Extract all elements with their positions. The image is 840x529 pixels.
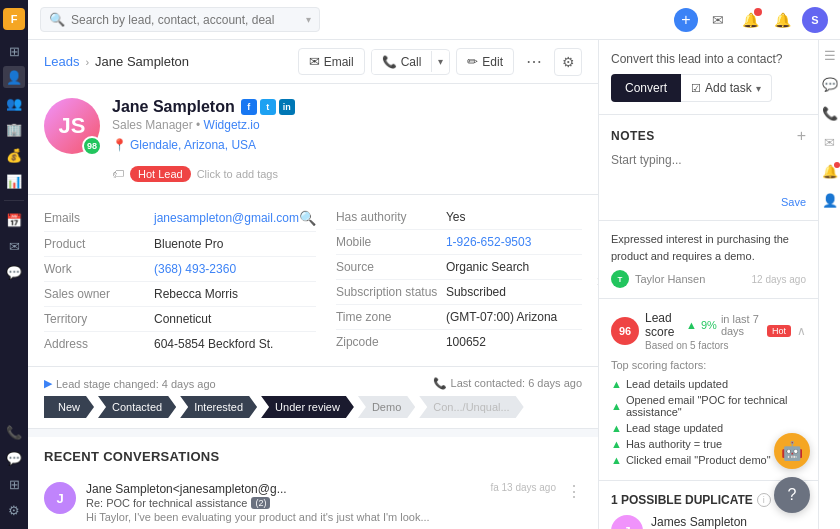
scoring-factors-title: Top scoring factors: <box>611 359 806 371</box>
detail-mobile: Mobile 1-926-652-9503 <box>336 230 582 255</box>
nav-chat-icon[interactable]: 💬 <box>3 261 25 283</box>
details-next-arrow[interactable]: › <box>597 272 598 290</box>
convo-more-button[interactable]: ⋮ <box>566 482 582 501</box>
notes-textarea[interactable] <box>611 153 806 189</box>
nav-divider <box>4 200 24 201</box>
factor-up-icon: ▲ <box>611 400 622 412</box>
collapse-icon[interactable]: ∧ <box>797 324 806 338</box>
note-meta: T Taylor Hansen 12 days ago <box>611 270 806 288</box>
nav-calendar-icon[interactable]: 📅 <box>3 209 25 231</box>
nav-accounts-icon[interactable]: 🏢 <box>3 118 25 140</box>
search-arrow-icon: ▾ <box>306 14 311 25</box>
contact-icon: 📞 <box>433 377 447 389</box>
edit-icon: ✏ <box>467 54 478 69</box>
fab-main-button[interactable]: 🤖 <box>774 433 810 469</box>
stage-new[interactable]: New <box>44 396 94 418</box>
call-dropdown-button[interactable]: ▾ <box>431 51 449 72</box>
center-panel: Leads › Jane Sampleton ✉ Email 📞 Call <box>28 40 598 529</box>
detail-work: Work (368) 493-2360 <box>44 257 316 282</box>
notes-save-button[interactable]: Save <box>781 196 806 208</box>
recent-conversations-section: RECENT CONVERSATIONS J Jane Sampleton<ja… <box>28 437 598 529</box>
note-text: Expressed interest in purchasing the pro… <box>611 231 806 264</box>
nav-home-icon[interactable]: ⊞ <box>3 40 25 62</box>
add-tag[interactable]: Click to add tags <box>197 168 278 180</box>
avatar-score: 98 <box>82 136 102 156</box>
nav-deals-icon[interactable]: 💰 <box>3 144 25 166</box>
top-bar: 🔍 ▾ + ✉ 🔔 🔔 S <box>28 0 840 40</box>
add-task-button[interactable]: ☑ Add task ▾ <box>681 74 772 102</box>
details-grid: Emails janesampleton@gmail.com 🔍 Product… <box>44 205 582 356</box>
conversation-item: J Jane Sampleton<janesampleton@g... Re: … <box>44 474 582 529</box>
last-contacted-label: 📞 Last contacted: 6 days ago <box>433 377 582 390</box>
lead-score-header: 96 Lead score ▲ 9% in last 7 days Based … <box>611 311 806 351</box>
factor-up-icon: ▲ <box>611 438 622 450</box>
call-main-button[interactable]: 📞 Call <box>372 50 432 74</box>
notes-add-button[interactable]: + <box>797 127 806 145</box>
dup-info-icon[interactable]: i <box>757 493 771 507</box>
nav-contacts-icon[interactable]: 👥 <box>3 92 25 114</box>
stage-under-review[interactable]: Under review <box>261 396 354 418</box>
strip-activity-icon[interactable]: ☰ <box>824 48 836 63</box>
left-nav: F ⊞ 👤 👥 🏢 💰 📊 📅 ✉ 💬 📞 💬 ⊞ ⚙ <box>0 0 28 529</box>
note-author: Taylor Hansen <box>635 273 705 285</box>
score-circle: 96 <box>611 317 639 345</box>
twitter-icon[interactable]: t <box>260 99 276 115</box>
score-sub: Based on 5 factors <box>645 340 761 351</box>
stage-contacted[interactable]: Contacted <box>98 396 176 418</box>
nav-apps-icon[interactable]: ⊞ <box>3 473 25 495</box>
stage-converted[interactable]: Con.../Unqual... <box>419 396 523 418</box>
bell-icon[interactable]: 🔔 <box>770 8 794 32</box>
breadcrumb-leads[interactable]: Leads <box>44 54 79 69</box>
stage-steps: New Contacted Interested Under review De… <box>44 396 582 418</box>
nav-settings-icon[interactable]: ⚙ <box>3 499 25 521</box>
location-icon: 📍 <box>112 138 127 152</box>
dup-avatar: J <box>611 515 643 529</box>
factor-1: ▲ Lead details updated <box>611 376 806 392</box>
strip-phone-icon[interactable]: 📞 <box>822 106 838 121</box>
fab-help-button[interactable]: ? <box>774 477 810 513</box>
hot-lead-tag[interactable]: Hot Lead <box>130 166 191 182</box>
tags-row: 🏷 Hot Lead Click to add tags <box>112 166 582 182</box>
stage-demo[interactable]: Demo <box>358 396 415 418</box>
search-bar[interactable]: 🔍 ▾ <box>40 7 320 32</box>
settings-button[interactable]: ⚙ <box>554 48 582 76</box>
nav-bottom: 📞 💬 ⊞ ⚙ <box>3 421 25 521</box>
score-title: Lead score ▲ 9% in last 7 days <box>645 311 761 339</box>
user-avatar[interactable]: S <box>802 7 828 33</box>
stage-interested[interactable]: Interested <box>180 396 257 418</box>
add-button[interactable]: + <box>674 8 698 32</box>
notes-footer: Save <box>611 196 806 208</box>
app-logo[interactable]: F <box>3 8 25 30</box>
notes-title: NOTES <box>611 129 655 143</box>
score-info: Lead score ▲ 9% in last 7 days Based on … <box>645 311 761 351</box>
email-button[interactable]: ✉ Email <box>298 48 365 75</box>
email-icon[interactable]: ✉ <box>706 8 730 32</box>
strip-chat-icon[interactable]: 💬 <box>822 77 838 92</box>
notification-badge <box>754 8 762 16</box>
nav-leads-icon[interactable]: 👤 <box>3 66 25 88</box>
detail-territory: Territory Conneticut <box>44 307 316 332</box>
profile-name-row: Jane Sampleton f t in <box>112 98 582 116</box>
fab-container: 🤖 ? <box>774 433 810 513</box>
breadcrumb-separator: › <box>85 56 89 68</box>
top-bar-right: + ✉ 🔔 🔔 S <box>674 7 828 33</box>
email-search-icon[interactable]: 🔍 <box>299 210 316 226</box>
nav-sms-icon[interactable]: 💬 <box>3 447 25 469</box>
edit-button[interactable]: ✏ Edit <box>456 48 514 75</box>
note-author-avatar: T <box>611 270 629 288</box>
nav-reports-icon[interactable]: 📊 <box>3 170 25 192</box>
linkedin-icon[interactable]: in <box>279 99 295 115</box>
page-actions: ✉ Email 📞 Call ▾ ✏ Edit ⋯ <box>298 48 582 76</box>
nav-phone-icon[interactable]: 📞 <box>3 421 25 443</box>
profile-info: Jane Sampleton f t in Sales Manager • Wi… <box>112 98 582 160</box>
convert-button[interactable]: Convert <box>611 74 681 102</box>
profile-name: Jane Sampleton <box>112 98 235 116</box>
search-input[interactable] <box>71 13 300 27</box>
strip-user-icon[interactable]: 👤 <box>822 193 838 208</box>
notifications-icon[interactable]: 🔔 <box>738 8 762 32</box>
facebook-icon[interactable]: f <box>241 99 257 115</box>
strip-notification-icon[interactable]: 🔔 <box>822 164 838 179</box>
more-button[interactable]: ⋯ <box>520 48 548 76</box>
nav-email-icon[interactable]: ✉ <box>3 235 25 257</box>
strip-email-icon[interactable]: ✉ <box>824 135 835 150</box>
